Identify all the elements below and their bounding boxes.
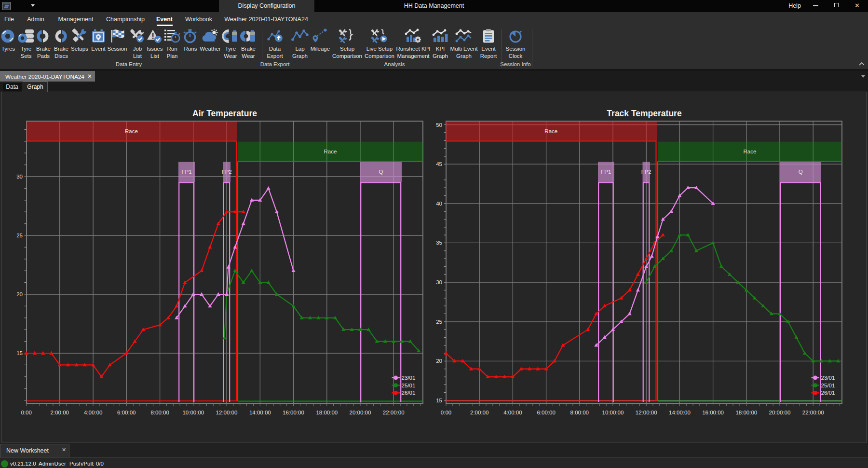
svg-text:30: 30 bbox=[436, 279, 442, 285]
svg-text:25/01: 25/01 bbox=[402, 383, 416, 388]
svg-text:4:00:00: 4:00:00 bbox=[84, 410, 102, 415]
svg-text:12:00:00: 12:00:00 bbox=[216, 410, 238, 415]
svg-text:Race: Race bbox=[744, 149, 757, 154]
svg-text:FP1: FP1 bbox=[181, 169, 191, 175]
svg-text:2:00:00: 2:00:00 bbox=[51, 410, 69, 415]
svg-text:25: 25 bbox=[16, 233, 23, 238]
svg-text:26/01: 26/01 bbox=[402, 390, 416, 396]
svg-text:0:00: 0:00 bbox=[21, 410, 31, 415]
svg-text:20: 20 bbox=[16, 291, 23, 297]
svg-text:25/01: 25/01 bbox=[821, 383, 835, 388]
svg-text:16:00:00: 16:00:00 bbox=[702, 410, 724, 415]
svg-text:22:00:00: 22:00:00 bbox=[802, 410, 824, 415]
svg-text:Race: Race bbox=[544, 128, 557, 134]
svg-text:10:00:00: 10:00:00 bbox=[182, 410, 204, 415]
svg-text:0:00: 0:00 bbox=[441, 410, 451, 415]
svg-text:50: 50 bbox=[436, 122, 442, 128]
svg-text:Track Temperature: Track Temperature bbox=[607, 109, 682, 118]
svg-text:45: 45 bbox=[436, 161, 442, 167]
svg-text:10:00:00: 10:00:00 bbox=[602, 410, 624, 415]
svg-text:18:00:00: 18:00:00 bbox=[735, 410, 757, 415]
svg-text:20:00:00: 20:00:00 bbox=[769, 410, 791, 415]
svg-text:14:00:00: 14:00:00 bbox=[249, 410, 271, 415]
svg-text:23/01: 23/01 bbox=[402, 375, 416, 381]
svg-text:Q: Q bbox=[799, 169, 803, 175]
svg-text:8:00:00: 8:00:00 bbox=[150, 410, 169, 415]
svg-text:6:00:00: 6:00:00 bbox=[537, 410, 555, 415]
svg-text:20: 20 bbox=[436, 358, 442, 364]
svg-text:FP2: FP2 bbox=[641, 169, 651, 175]
svg-text:15: 15 bbox=[16, 350, 23, 356]
svg-text:35: 35 bbox=[436, 240, 442, 246]
svg-text:15: 15 bbox=[436, 398, 442, 403]
svg-text:FP1: FP1 bbox=[601, 169, 611, 175]
svg-text:Air Temperature: Air Temperature bbox=[192, 109, 257, 118]
svg-text:12:00:00: 12:00:00 bbox=[636, 410, 657, 415]
svg-text:25: 25 bbox=[436, 319, 442, 325]
svg-text:Race: Race bbox=[125, 128, 138, 134]
svg-text:6:00:00: 6:00:00 bbox=[117, 410, 136, 415]
svg-text:Race: Race bbox=[324, 149, 337, 154]
svg-text:FP2: FP2 bbox=[222, 169, 232, 175]
svg-text:14:00:00: 14:00:00 bbox=[669, 410, 691, 415]
svg-text:22:00:00: 22:00:00 bbox=[383, 410, 405, 415]
svg-text:16:00:00: 16:00:00 bbox=[283, 410, 304, 415]
svg-text:30: 30 bbox=[16, 174, 23, 179]
svg-text:4:00:00: 4:00:00 bbox=[503, 410, 522, 415]
svg-text:20:00:00: 20:00:00 bbox=[350, 410, 371, 415]
svg-text:Q: Q bbox=[379, 169, 383, 175]
svg-text:40: 40 bbox=[436, 201, 442, 206]
svg-text:18:00:00: 18:00:00 bbox=[316, 410, 338, 415]
svg-text:23/01: 23/01 bbox=[821, 375, 835, 381]
svg-text:26/01: 26/01 bbox=[821, 390, 835, 396]
svg-text:2:00:00: 2:00:00 bbox=[470, 410, 488, 415]
svg-text:8:00:00: 8:00:00 bbox=[570, 410, 589, 415]
